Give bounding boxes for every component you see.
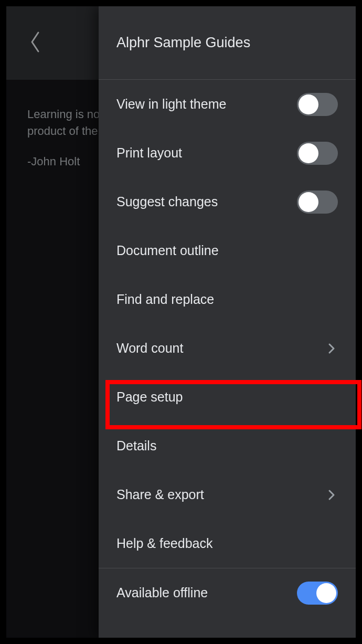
menu-suggest-changes[interactable]: Suggest changes — [99, 177, 356, 226]
menu-print-layout[interactable]: Print layout — [99, 129, 356, 177]
menu-word-count[interactable]: Word count — [99, 324, 356, 373]
menu-details[interactable]: Details — [99, 421, 356, 470]
menu-item-label: Help & feedback — [116, 536, 338, 551]
menu-view-light-theme[interactable]: View in light theme — [99, 80, 356, 129]
panel-title: Alphr Sample Guides — [99, 6, 356, 80]
menu-document-outline[interactable]: Document outline — [99, 226, 356, 275]
menu-available-offline[interactable]: Available offline — [99, 568, 356, 617]
toggle-switch[interactable] — [297, 582, 338, 605]
menu-item-label: Find and replace — [116, 292, 338, 307]
options-panel: Alphr Sample Guides View in light theme … — [99, 6, 356, 638]
menu-item-label: Document outline — [116, 243, 338, 258]
menu-item-label: Print layout — [116, 145, 297, 161]
menu-item-label: Page setup — [116, 389, 338, 405]
menu-help-feedback[interactable]: Help & feedback — [99, 519, 356, 568]
panel-title-text: Alphr Sample Guides — [116, 35, 250, 51]
menu-find-replace[interactable]: Find and replace — [99, 275, 356, 324]
menu-item-label: Details — [116, 438, 338, 453]
toggle-switch[interactable] — [297, 191, 338, 214]
menu-item-label: Suggest changes — [116, 194, 297, 209]
toggle-switch[interactable] — [297, 142, 338, 165]
toggle-switch[interactable] — [297, 93, 338, 116]
menu-item-label: Word count — [116, 341, 325, 356]
menu-list: View in light theme Print layout Suggest… — [99, 80, 356, 638]
menu-share-export[interactable]: Share & export — [99, 470, 356, 519]
menu-page-setup[interactable]: Page setup — [99, 373, 356, 421]
menu-item-label: Share & export — [116, 487, 325, 502]
chevron-right-icon — [325, 489, 338, 501]
chevron-right-icon — [325, 342, 338, 355]
menu-item-label: Available offline — [116, 585, 297, 600]
menu-item-label: View in light theme — [116, 97, 297, 112]
